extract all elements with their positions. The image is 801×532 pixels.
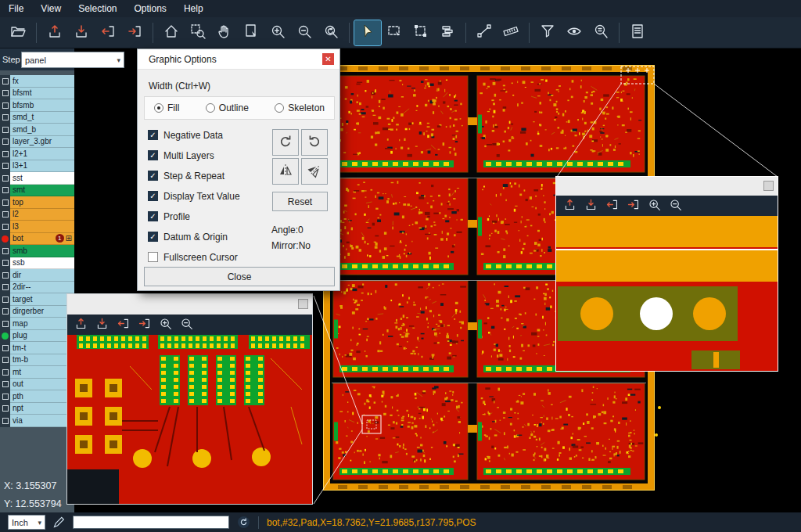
layer-visibility-toggle[interactable] [0,257,10,270]
layer-visibility-toggle[interactable] [0,379,10,391]
zoom-in-button[interactable] [156,316,174,333]
tray-left-button[interactable] [95,20,121,45]
layer-row-ssb[interactable]: ssb [0,257,74,270]
mirror-horizontal-button[interactable] [301,158,328,185]
layer-row-sst[interactable]: sst [0,172,74,185]
layer-visibility-toggle[interactable] [0,293,10,306]
zoom-out-button[interactable] [177,316,196,333]
refresh-icon[interactable] [237,516,250,529]
tray-up-button[interactable] [71,316,90,333]
layer-row-tm-b[interactable]: tm-b [0,354,74,367]
layer-visibility-toggle[interactable] [0,148,10,160]
layer-visibility-toggle[interactable] [0,354,10,367]
layer-visibility-toggle[interactable] [0,75,10,88]
layer-visibility-toggle[interactable] [0,185,10,197]
magnifier-left-content[interactable] [67,335,312,504]
home-button[interactable] [158,20,185,45]
eye-button[interactable] [561,20,587,45]
magnifier-right-titlebar[interactable] [556,177,778,196]
layer-row-smt[interactable]: smt [0,185,74,197]
radio-outline[interactable]: Outline [206,102,249,113]
layer-visibility-toggle[interactable] [0,282,10,294]
layer-visibility-toggle[interactable] [0,366,10,379]
layer-visibility-toggle[interactable] [0,209,10,221]
tray-down-button[interactable] [68,20,95,45]
funnel-button[interactable] [534,20,561,45]
layer-row-l2[interactable]: l2 [0,209,74,221]
rotate-cw-button[interactable] [272,129,299,156]
checkbox-profile[interactable]: ✓Profile [148,210,240,222]
window-button-icon[interactable] [298,299,308,309]
magnifier-right-content[interactable] [556,216,778,371]
tray-right-button[interactable] [623,197,642,214]
menu-options[interactable]: Options [126,0,175,17]
zoom-out-button[interactable] [291,20,318,45]
command-input[interactable] [73,516,229,529]
zoom-out-button[interactable] [666,197,684,214]
checkbox-datum-origin[interactable]: ✓Datum & Origin [148,231,240,243]
layer-visibility-toggle[interactable] [0,318,10,330]
unit-select[interactable]: Inch ▾ [8,515,45,530]
layer-visibility-toggle[interactable] [0,269,10,282]
menu-view[interactable]: View [32,0,70,17]
layer-row-bfsmt[interactable]: bfsmt [0,88,74,100]
layer-row-out[interactable]: out [0,379,74,391]
step-select[interactable]: panel ▾ [21,52,124,68]
layer-row-tm-t[interactable]: tm-t [0,342,74,354]
checkbox-multi-layers[interactable]: ✓Multi Layers [148,149,240,161]
tray-left-button[interactable] [113,316,132,333]
radio-fill[interactable]: Fill [154,102,179,113]
layer-row-smb[interactable]: smb [0,245,74,257]
layer-row-l3[interactable]: l3 [0,221,74,233]
layer-row-smd-t[interactable]: smd_t [0,112,74,124]
tray-left-button[interactable] [602,197,621,214]
layer-row-map[interactable]: map [0,318,74,330]
checkbox-fullscreen-cursor[interactable]: Fullscreen Cursor [148,251,240,263]
layer-visibility-toggle[interactable] [0,415,10,427]
close-icon[interactable]: ✕ [322,53,334,65]
report-button[interactable] [624,20,651,45]
menu-help[interactable]: Help [175,0,212,17]
layer-row-bot[interactable]: bot1⊞ [0,233,74,246]
measure-line-button[interactable] [471,20,497,45]
zoom-region-button[interactable] [185,20,211,45]
page-cursor-button[interactable] [238,20,264,45]
zoom-in-button[interactable] [645,197,663,214]
layer-row-npt[interactable]: npt [0,403,74,415]
close-button[interactable]: Close [144,267,335,286]
rotate-ccw-button[interactable] [301,129,328,156]
tray-down-button[interactable] [92,316,111,333]
layer-visibility-toggle[interactable] [0,342,10,354]
layer-visibility-toggle[interactable] [0,112,10,124]
layer-row-via[interactable]: via [0,415,74,427]
layer-row-target[interactable]: target [0,293,74,306]
layer-row-plug[interactable]: plug [0,330,74,343]
tray-down-button[interactable] [581,197,600,214]
menu-selection[interactable]: Selection [70,0,125,17]
layer-visibility-toggle[interactable] [0,99,10,112]
reset-button[interactable]: Reset [272,192,328,211]
dialog-titlebar[interactable]: Graphic Options ✕ [138,49,339,70]
checkbox-display-text-value[interactable]: ✓Display Text Value [148,190,240,202]
layer-row-l3-1[interactable]: l3+1 [0,160,74,173]
layer-visibility-toggle[interactable] [0,233,10,246]
window-button-icon[interactable] [763,181,774,191]
hand-button[interactable] [211,20,238,45]
layer-visibility-toggle[interactable] [0,124,10,136]
layer-visibility-toggle[interactable] [0,245,10,257]
layer-row-dirgerber[interactable]: dirgerber [0,306,74,318]
mirror-vertical-button[interactable] [272,158,299,185]
layer-visibility-toggle[interactable] [0,160,10,173]
tray-right-button[interactable] [121,20,148,45]
layer-visibility-toggle[interactable] [0,390,10,403]
select-arrow-button[interactable] [354,20,381,45]
checkbox-negative-data[interactable]: ✓Negative Data [148,129,240,141]
checkbox-step-repeat[interactable]: ✓Step & Repeat [148,170,240,182]
layer-row-fx[interactable]: fx [0,75,74,88]
layer-visibility-toggle[interactable] [0,88,10,100]
layer-visibility-toggle[interactable] [0,221,10,233]
layer-visibility-toggle[interactable] [0,172,10,185]
menu-file[interactable]: File [0,0,32,17]
layers-button[interactable] [434,20,461,45]
layer-row-layer-3-gbr[interactable]: layer_3.gbr [0,136,74,149]
